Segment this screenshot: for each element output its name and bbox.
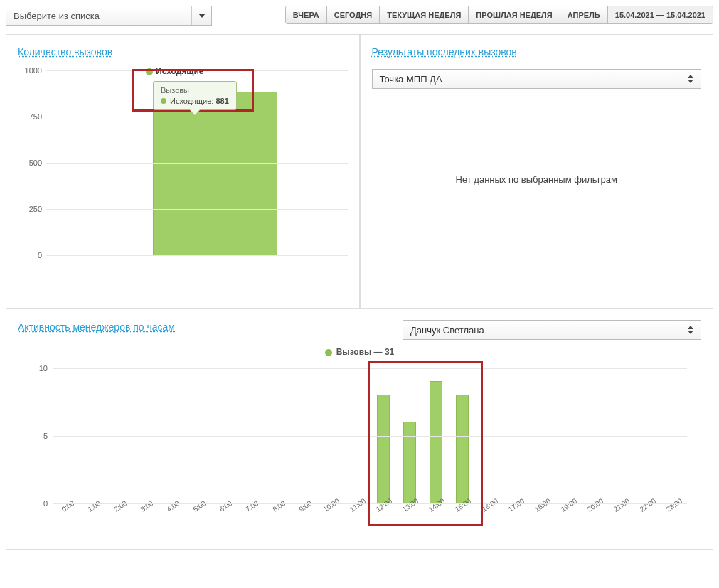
period-buttons: ВЧЕРАСЕГОДНЯТЕКУЩАЯ НЕДЕЛЯПРОШЛАЯ НЕДЕЛЯ… xyxy=(285,6,713,24)
chart-activity-bar[interactable] xyxy=(430,381,442,503)
y-axis-tick: 1000 xyxy=(18,66,42,75)
x-axis-tick: 20:00 xyxy=(586,497,605,513)
x-axis-tick: 17:00 xyxy=(506,497,526,513)
panel-call-count-title[interactable]: Количество вызовов xyxy=(18,46,112,58)
x-axis-tick: 5:00 xyxy=(191,499,207,513)
chart-activity-slot: 13:00 xyxy=(397,422,423,503)
y-axis-tick: 10 xyxy=(25,364,48,373)
y-axis-tick: 0 xyxy=(25,499,48,508)
chart-activity-bar[interactable] xyxy=(403,422,416,503)
x-axis-tick: 3:00 xyxy=(139,499,154,513)
panel-call-count: Количество вызовов Исходящие 02505007501… xyxy=(6,35,360,309)
chart-activity-legend: Вызовы — 31 xyxy=(18,347,701,357)
tooltip-dot-icon xyxy=(161,98,166,104)
filter-dropdown[interactable]: Выберите из списка xyxy=(6,6,212,26)
results-filter-select[interactable]: Точка МПП ДА xyxy=(372,69,702,89)
results-no-data: Нет данных по выбранным фильтрам xyxy=(372,89,702,270)
activity-manager-select[interactable]: Данчук Светлана xyxy=(403,320,701,340)
x-axis-tick: 1:00 xyxy=(86,499,102,513)
x-axis-tick: 6:00 xyxy=(218,499,234,513)
x-axis-tick: 9:00 xyxy=(297,499,313,513)
y-axis-tick: 750 xyxy=(18,112,42,121)
panel-activity: Активность менеджеров по часам Данчук Св… xyxy=(6,309,713,550)
chart-call-count-tooltip: Вызовы Исходящие: 881 xyxy=(153,81,237,110)
caret-down-icon xyxy=(198,14,206,18)
x-axis-tick: 11:00 xyxy=(348,497,367,513)
y-axis-tick: 250 xyxy=(18,205,42,213)
period-button[interactable]: ВЧЕРА xyxy=(286,6,327,23)
x-axis-tick: 10:00 xyxy=(321,497,341,513)
x-axis-tick: 19:00 xyxy=(559,497,578,513)
select-caret-icon xyxy=(688,326,693,334)
x-axis-tick: 4:00 xyxy=(165,499,181,513)
x-axis-tick: 7:00 xyxy=(245,499,260,513)
period-button[interactable]: СЕГОДНЯ xyxy=(327,6,380,23)
legend-label: Вызовы — 31 xyxy=(336,347,395,357)
x-axis-tick: 16:00 xyxy=(480,497,499,513)
panel-call-results: Результаты последних вызовов Точка МПП Д… xyxy=(360,35,714,309)
chart-activity-bar[interactable] xyxy=(456,395,469,503)
y-axis-tick: 0 xyxy=(18,251,42,260)
x-axis-tick: 8:00 xyxy=(271,499,287,513)
x-axis-tick: 2:00 xyxy=(112,499,128,513)
chart-activity-bar[interactable] xyxy=(377,395,390,503)
x-axis-tick: 22:00 xyxy=(639,497,658,513)
panel-call-results-title[interactable]: Результаты последних вызовов xyxy=(372,46,517,58)
activity-manager-value: Данчук Светлана xyxy=(410,325,484,336)
chart-activity-slot: 14:00 xyxy=(423,381,449,503)
period-button[interactable]: ТЕКУЩАЯ НЕДЕЛЯ xyxy=(380,6,469,23)
tooltip-series: Исходящие xyxy=(170,97,211,105)
chart-call-count: Исходящие 02505007501000 Вызовы Исходящи… xyxy=(18,70,348,291)
chart-activity-slot: 15:00 xyxy=(449,395,476,503)
legend-dot-icon xyxy=(325,349,332,356)
y-axis-tick: 5 xyxy=(25,432,48,440)
tooltip-title: Вызовы xyxy=(161,86,229,95)
period-button[interactable]: АПРЕЛЬ xyxy=(560,6,608,23)
tooltip-value: 881 xyxy=(215,97,228,105)
x-axis-tick: 21:00 xyxy=(612,497,632,513)
chart-activity-slot: 12:00 xyxy=(371,395,397,503)
results-filter-value: Точка МПП ДА xyxy=(380,74,442,85)
period-button[interactable]: ПРОШЛАЯ НЕДЕЛЯ xyxy=(469,6,560,23)
select-caret-icon xyxy=(688,75,693,83)
filter-dropdown-caret[interactable] xyxy=(191,6,211,25)
y-axis-tick: 500 xyxy=(18,159,42,167)
tooltip-value-row: Исходящие: 881 xyxy=(161,97,229,105)
chart-activity: 0:001:002:003:004:005:006:007:008:009:00… xyxy=(18,361,701,532)
filter-dropdown-placeholder: Выберите из списка xyxy=(6,11,107,21)
x-axis-tick: 18:00 xyxy=(533,497,552,513)
x-axis-tick: 0:00 xyxy=(60,499,75,513)
period-button[interactable]: 15.04.2021 — 15.04.2021 xyxy=(608,6,713,23)
x-axis-tick: 23:00 xyxy=(665,497,684,513)
panel-activity-title[interactable]: Активность менеджеров по часам xyxy=(18,321,175,333)
